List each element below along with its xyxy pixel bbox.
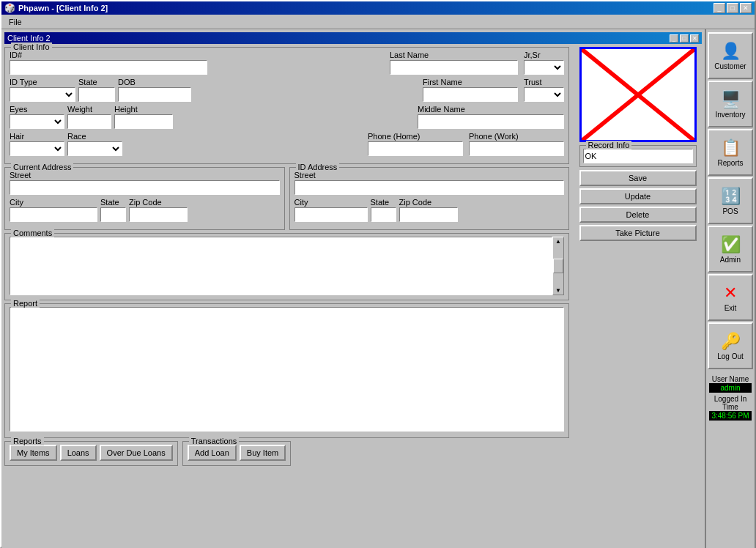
comments-scrollbar[interactable]: ▲ ▼: [552, 237, 564, 295]
last-name-input[interactable]: [390, 60, 518, 75]
sidebar-reports[interactable]: 📋 Reports: [708, 129, 753, 176]
sidebar-admin[interactable]: ✅ Admin: [708, 226, 753, 273]
field-id-state: State: [371, 198, 396, 222]
height-input[interactable]: [114, 114, 173, 129]
id-city-input[interactable]: [294, 207, 368, 222]
current-street-input[interactable]: [10, 180, 280, 195]
add-loan-button[interactable]: Add Loan: [188, 445, 237, 461]
take-picture-button[interactable]: Take Picture: [579, 225, 697, 241]
sidebar-inventory[interactable]: 🖥️ Inventory: [708, 81, 753, 127]
current-zip-label: Zip Code: [129, 198, 188, 207]
dob-input[interactable]: [118, 87, 191, 102]
inventory-icon: 🖥️: [721, 90, 741, 109]
minimize-button[interactable]: _: [714, 3, 725, 13]
row-current-city: City State Zip Code: [10, 198, 280, 222]
exit-label: Exit: [724, 304, 737, 312]
field-current-street: Street: [10, 171, 280, 195]
field-height: Height: [114, 105, 173, 129]
current-state-input[interactable]: [100, 207, 126, 222]
close-button[interactable]: ✕: [740, 3, 752, 13]
photo-area: [579, 47, 697, 142]
scroll-up-arrow[interactable]: ▲: [555, 238, 561, 245]
id-street-input[interactable]: [294, 180, 565, 195]
id-state-input[interactable]: [371, 207, 396, 222]
jr-sr-label: Jr,Sr: [524, 51, 564, 59]
maximize-button[interactable]: □: [727, 3, 738, 13]
race-label: Race: [67, 132, 122, 141]
comments-textarea[interactable]: [10, 237, 552, 295]
pos-icon: 🔢: [721, 187, 741, 206]
id-input[interactable]: [10, 60, 207, 75]
field-current-city: City: [10, 198, 97, 222]
hair-label: Hair: [10, 132, 64, 141]
sidebar-exit[interactable]: ✕ Exit: [708, 274, 753, 321]
report-textarea[interactable]: [10, 307, 564, 432]
current-address-title: Current Address: [11, 163, 73, 171]
row-hair-phone: Hair BLKBLNBRNGRYRED Race WBHAO: [10, 132, 564, 156]
buy-item-button[interactable]: Buy Item: [240, 445, 286, 461]
weight-input[interactable]: [67, 114, 111, 129]
loans-button[interactable]: Loans: [60, 445, 97, 461]
sidebar-logout[interactable]: 🔑 Log Out: [708, 322, 753, 369]
hair-select[interactable]: BLKBLNBRNGRYRED: [10, 141, 64, 156]
field-phone-home: Phone (Home): [368, 132, 463, 156]
row-id-lastname: ID# Last Name Jr,Sr JrSr: [10, 51, 564, 75]
id-type-select[interactable]: [10, 87, 75, 102]
field-id-zip: Zip Code: [399, 198, 458, 222]
trust-select[interactable]: YesNo: [524, 87, 564, 102]
report-title: Report: [11, 299, 40, 308]
update-button[interactable]: Update: [579, 188, 697, 204]
first-name-input[interactable]: [423, 87, 518, 102]
eyes-select[interactable]: BLUBRNGRNHZL: [10, 114, 64, 129]
inner-minimize-button[interactable]: _: [670, 34, 678, 42]
logout-icon: 🔑: [721, 332, 741, 351]
menu-bar: File: [1, 15, 755, 29]
trust-label: Trust: [524, 78, 564, 86]
scroll-down-arrow[interactable]: ▼: [555, 287, 561, 294]
bottom-bars: Reports My Items Loans Over Due Loans Tr…: [4, 441, 569, 469]
field-current-zip: Zip Code: [129, 198, 188, 222]
logout-label: Log Out: [717, 352, 744, 360]
id-zip-input[interactable]: [399, 207, 458, 222]
admin-icon: ✅: [721, 235, 741, 254]
report-group: Report: [4, 303, 569, 438]
field-jr-sr: Jr,Sr JrSrIIIII: [524, 51, 564, 75]
state-id-input[interactable]: [78, 87, 115, 102]
save-button[interactable]: Save: [579, 170, 697, 186]
race-select[interactable]: WBHAO: [67, 141, 122, 156]
delete-button[interactable]: Delete: [579, 207, 697, 223]
inner-title-bar: Client Info 2 _ □ ✕: [4, 32, 702, 44]
inner-maximize-button[interactable]: □: [680, 34, 689, 42]
over-due-loans-button[interactable]: Over Due Loans: [100, 445, 173, 461]
phone-work-input[interactable]: [469, 141, 564, 156]
inner-close-button[interactable]: ✕: [690, 34, 699, 42]
jr-sr-select[interactable]: JrSrIIIII: [524, 60, 564, 75]
my-items-button[interactable]: My Items: [10, 445, 57, 461]
right-controls: Record Info OK Save Update Delete Take P…: [574, 47, 702, 469]
eyes-label: Eyes: [10, 105, 64, 114]
current-city-input[interactable]: [10, 207, 97, 222]
user-info: User Name admin Logged In Time 3:48:56 P…: [708, 374, 753, 422]
comments-group: Comments ▲ ▼: [4, 233, 569, 300]
inner-window-title: Client Info 2: [7, 34, 51, 42]
current-state-label: State: [100, 198, 126, 207]
current-city-label: City: [10, 198, 97, 207]
window-title: Phpawn - [Client Info 2]: [18, 4, 108, 12]
reports-label: Reports: [717, 159, 743, 167]
middle-name-input[interactable]: [418, 114, 564, 129]
phone-home-input[interactable]: [368, 141, 463, 156]
action-buttons: Save Update Delete Take Picture: [579, 170, 697, 241]
customer-label: Customer: [714, 62, 746, 70]
menu-file[interactable]: File: [4, 16, 26, 28]
field-trust: Trust YesNo: [524, 78, 564, 102]
current-zip-input[interactable]: [129, 207, 188, 222]
height-label: Height: [114, 105, 173, 114]
field-last-name: Last Name: [390, 51, 518, 75]
inner-title-controls: _ □ ✕: [670, 34, 699, 42]
row-eyes-middle: Eyes BLUBRNGRNHZL Weight Height: [10, 105, 564, 129]
field-id-city: City: [294, 198, 368, 222]
sidebar-customer[interactable]: 👤 Customer: [708, 32, 753, 79]
sidebar-pos[interactable]: 🔢 POS: [708, 177, 753, 224]
dob-label: DOB: [118, 78, 191, 86]
reports-bar-group: Reports My Items Loans Over Due Loans: [4, 441, 178, 466]
